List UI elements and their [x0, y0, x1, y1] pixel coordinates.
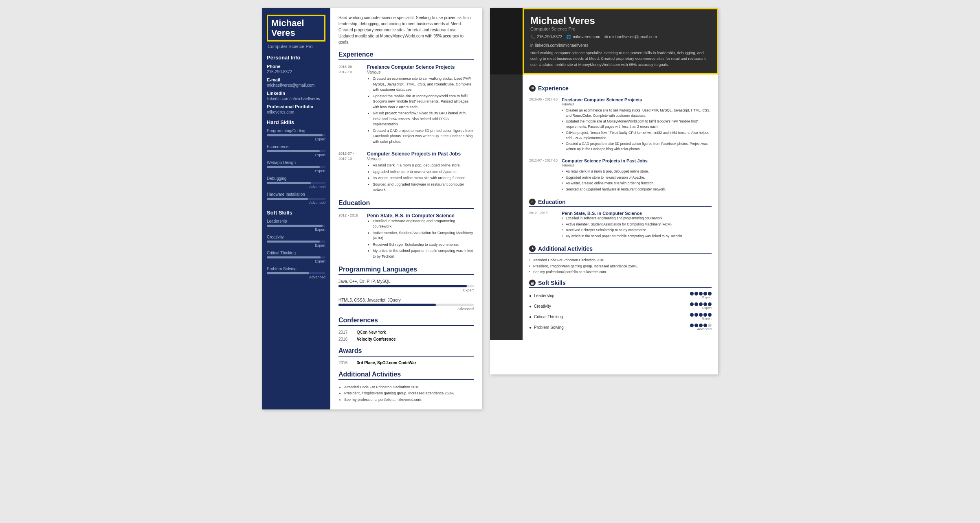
r2-soft-1: ● Leadership Expert: [529, 292, 712, 299]
resume2-header-content: Michael Veres Computer Science Pro 📞 215…: [523, 8, 718, 74]
dot: [690, 302, 694, 306]
skill-name: Hardware Installation: [267, 192, 325, 197]
activity-bullet-1: Attended Code For Princeton Hackathon 20…: [344, 384, 474, 390]
hard-skill-4: Debugging Advanced: [267, 176, 325, 189]
skill-name: ● Leadership: [529, 293, 554, 298]
dots: [690, 302, 712, 306]
conf-year: 2017: [338, 330, 353, 335]
bullet: Active member, Student Association for C…: [373, 230, 474, 241]
dot: [703, 302, 707, 306]
lang-name: Java, C++, C#, PHP, MySQL: [338, 279, 474, 284]
resume2-header-left: [490, 8, 523, 74]
skill-name: Webapp Design: [267, 160, 325, 165]
bullet: Upgraded online store to newest version …: [562, 175, 712, 180]
award-name: 3rd Place, SpOJ.com CodeWar: [357, 361, 416, 365]
bullet-dot: ●: [529, 293, 532, 298]
skill-bar-bg: [267, 256, 325, 258]
dot: [694, 324, 698, 327]
bullet: As retail clerk in a mom & pop, debugged…: [562, 169, 712, 174]
exp-date: 2016-06 - 2017-10: [338, 64, 363, 145]
resume2-title: Computer Science Pro: [530, 26, 710, 31]
skill-name: ● Creativity: [529, 304, 551, 309]
r2-exp-2: 2012-07 - 2017-10 Computer Science Proje…: [529, 158, 712, 193]
prog-lang-1: Java, C++, C#, PHP, MySQL Expert: [338, 279, 474, 292]
activities-section-title: Additional Activities: [338, 371, 474, 380]
skill-level: Advanced: [267, 185, 325, 189]
r2-activity-bullets: Attended Code For Princeton Hackathon 20…: [529, 258, 712, 275]
prog-lang-section-title: Programming Languages: [338, 266, 474, 275]
skill-name: ● Problem Solving: [529, 325, 564, 330]
exp-icon: ⚙: [529, 85, 536, 92]
resume2-contact: 📞 215-290-8372 🌐 mikeveres.com ✉ michael…: [530, 35, 710, 48]
summary: Hard-working computer science specialist…: [338, 15, 474, 45]
prog-level: Expert: [338, 288, 474, 292]
dots: [690, 313, 712, 317]
bullet: My article in the school paper on mobile…: [562, 234, 712, 239]
r2-soft-2: ● Creativity Expert: [529, 302, 712, 310]
soft-skills-heading: Soft Skills: [267, 210, 325, 216]
skill-level: Expert: [702, 306, 712, 310]
bullet: Received Schreyer Scholarship to study e…: [562, 228, 712, 233]
bullet: Active member, Student Association for C…: [562, 222, 712, 227]
hard-skills-heading: Hard Skills: [267, 119, 325, 125]
conf-name: Velocity Conference: [357, 337, 396, 341]
exp-item-1: 2016-06 - 2017-10 Freelance Computer Sci…: [338, 64, 474, 145]
dot: [699, 302, 703, 306]
r2-edu-date: 2012 - 2016: [529, 211, 558, 240]
skill-level: Expert: [267, 137, 325, 141]
bullet: Updated the mobile site at MoneyMoneyWor…: [562, 119, 712, 129]
dot: [690, 324, 694, 327]
dot-col: Expert: [690, 313, 712, 320]
r2-exp-title: Freelance Computer Science Projects: [562, 97, 712, 102]
prog-level: Advanced: [338, 307, 474, 311]
edu-date: 2012 - 2016: [338, 213, 363, 260]
skill-bar-fill: [267, 134, 323, 136]
experience-section-title: Experience: [338, 51, 474, 60]
r2-edu-title: Penn State, B.S. in Computer Science: [562, 211, 712, 216]
phone-icon: 📞: [530, 35, 535, 39]
bullet: Created a CAD project to make 3D printed…: [562, 141, 712, 152]
dot-col: Expert: [690, 292, 712, 299]
email-val: michaelfveres@gmail.com: [609, 35, 657, 39]
email-value: michaelfveres@gmail.com: [267, 83, 325, 88]
skill-level: Advanced: [697, 327, 712, 331]
skill-level: Expert: [267, 259, 325, 263]
linkedin-icon: in: [530, 43, 534, 48]
skill-name: Programming/Coding: [267, 129, 325, 133]
resume2-summary: Hard-working computer science specialist…: [530, 50, 710, 68]
bullet: Excelled in software engineering and pro…: [373, 219, 474, 230]
lang-name: HTML5, CSS3, Javascript, JQuery: [338, 298, 474, 302]
edu-item-1: 2012 - 2016 Penn State, B.S. in Computer…: [338, 213, 474, 260]
education-section-title: Education: [338, 199, 474, 209]
skill-level: Expert: [702, 317, 712, 320]
bullet: Upgraded online store to newest version …: [373, 169, 474, 175]
skill-bar-fill: [267, 166, 320, 168]
r2-exp-subtitle: Various: [562, 163, 712, 167]
linkedin-val: linkedin.com/in/michaelfveres: [535, 43, 589, 48]
dot: [703, 313, 707, 317]
r2-exp-content: Freelance Computer Science Projects Vari…: [562, 97, 712, 153]
activity-bullet-2: President, TrogdorPenn gaming group. Inc…: [344, 390, 474, 396]
full-name: Michael Veres: [271, 18, 304, 38]
prog-lang-2: HTML5, CSS3, Javascript, JQuery Advanced: [338, 298, 474, 311]
skill-name: Leadership: [267, 219, 325, 223]
soft-skills-section-title: ☕ Soft Skills: [529, 280, 712, 288]
r2-bullets: As retail clerk in a mom & pop, debugged…: [562, 169, 712, 192]
exp-content: Computer Science Projects in Past Jobs V…: [367, 151, 474, 194]
dot: [694, 302, 698, 306]
email-label: E-mail: [267, 77, 325, 82]
phone-value: 215-290-8372: [267, 70, 325, 74]
skill-bar-bg: [267, 241, 325, 243]
prog-bar-fill: [338, 285, 467, 287]
main-content: Hard-working computer science specialist…: [330, 8, 482, 409]
exp-section-title: ⚙ Experience: [529, 85, 712, 93]
dot: [703, 292, 707, 295]
bullet: Updated the mobile site at MoneyMoneyWor…: [373, 94, 474, 110]
r2-soft-3: ● Critical Thinking Expert: [529, 313, 712, 320]
soft-skill-1: Leadership Expert: [267, 219, 325, 232]
conf-name: QCon New York: [357, 330, 386, 335]
globe-icon: 🌐: [566, 35, 571, 39]
edu-section-title: 🎓 Education: [529, 199, 712, 207]
dot-col: Expert: [690, 302, 712, 310]
hard-skill-2: Ecommerce Expert: [267, 144, 325, 157]
